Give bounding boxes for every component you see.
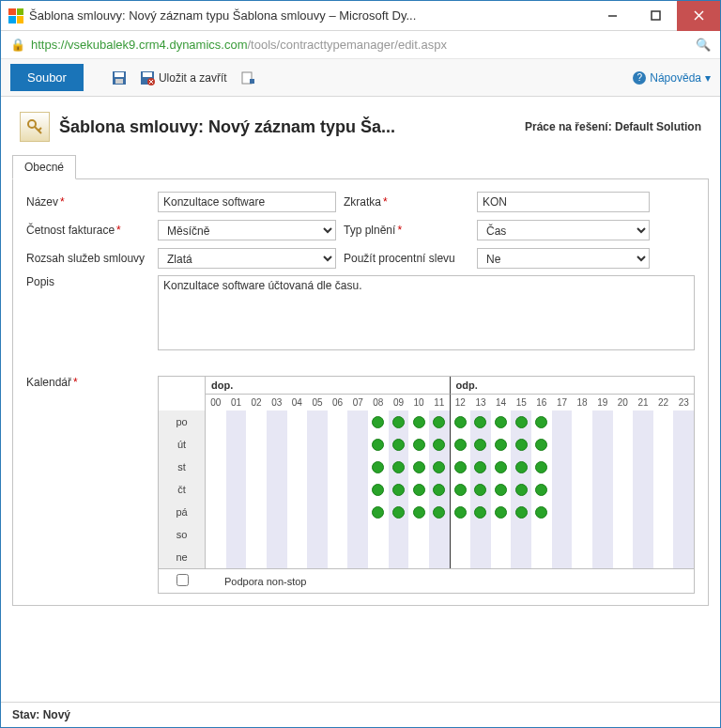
- calendar-slot[interactable]: [267, 478, 287, 501]
- calendar-slot[interactable]: [470, 523, 491, 546]
- calendar-slot[interactable]: [511, 456, 531, 478]
- calendar-slot[interactable]: [673, 456, 694, 478]
- calendar-slot[interactable]: [287, 456, 308, 478]
- calendar-slot[interactable]: [470, 501, 491, 523]
- calendar-slot[interactable]: [206, 501, 226, 523]
- calendar-slot[interactable]: [246, 433, 267, 456]
- calendar-slot[interactable]: [287, 410, 308, 433]
- calendar-slot[interactable]: [552, 456, 573, 478]
- calendar-slot[interactable]: [491, 433, 512, 456]
- calendar-slot[interactable]: [572, 478, 592, 501]
- calendar-slot[interactable]: [451, 456, 471, 478]
- save-button[interactable]: [112, 70, 127, 85]
- calendar-slot[interactable]: [267, 501, 287, 523]
- calendar-slot[interactable]: [328, 433, 348, 456]
- calendar-slot[interactable]: [592, 433, 613, 456]
- calendar-slot[interactable]: [368, 433, 389, 456]
- calendar-slot[interactable]: [389, 501, 409, 523]
- calendar-slot[interactable]: [429, 433, 450, 456]
- calendar-slot[interactable]: [307, 410, 328, 433]
- select-billfreq[interactable]: Měsíčně: [158, 220, 336, 240]
- search-icon[interactable]: 🔍: [696, 38, 711, 52]
- calendar-slot[interactable]: [347, 410, 368, 433]
- checkbox-nonstop[interactable]: [176, 574, 189, 586]
- calendar-slot[interactable]: [206, 433, 226, 456]
- calendar-slot[interactable]: [653, 523, 674, 546]
- calendar-slot[interactable]: [226, 433, 247, 456]
- calendar-slot[interactable]: [552, 478, 573, 501]
- calendar-slot[interactable]: [246, 456, 267, 478]
- calendar-slot[interactable]: [531, 478, 552, 501]
- calendar-slot[interactable]: [470, 546, 491, 568]
- calendar-slot[interactable]: [653, 546, 674, 568]
- calendar-slot[interactable]: [572, 433, 592, 456]
- calendar-slot[interactable]: [613, 546, 634, 568]
- close-button[interactable]: [677, 1, 720, 31]
- calendar-slot[interactable]: [491, 546, 512, 568]
- calendar-slot[interactable]: [613, 456, 634, 478]
- calendar-slot[interactable]: [408, 546, 429, 568]
- calendar-slot[interactable]: [408, 478, 429, 501]
- calendar-slot[interactable]: [226, 410, 247, 433]
- calendar-slot[interactable]: [491, 478, 512, 501]
- calendar-slot[interactable]: [511, 433, 531, 456]
- calendar-slot[interactable]: [307, 523, 328, 546]
- calendar-slot[interactable]: [633, 478, 653, 501]
- calendar-slot[interactable]: [592, 410, 613, 433]
- calendar-slot[interactable]: [491, 456, 512, 478]
- calendar-slot[interactable]: [226, 523, 247, 546]
- calendar-slot[interactable]: [491, 501, 512, 523]
- calendar-slot[interactable]: [531, 456, 552, 478]
- calendar-slot[interactable]: [491, 523, 512, 546]
- calendar-slot[interactable]: [389, 410, 409, 433]
- calendar-slot[interactable]: [531, 546, 552, 568]
- calendar-slot[interactable]: [267, 546, 287, 568]
- calendar-slot[interactable]: [592, 478, 613, 501]
- calendar-slot[interactable]: [226, 456, 247, 478]
- calendar-slot[interactable]: [552, 501, 573, 523]
- calendar-slot[interactable]: [307, 478, 328, 501]
- calendar-slot[interactable]: [287, 433, 308, 456]
- calendar-slot[interactable]: [592, 523, 613, 546]
- calendar-slot[interactable]: [451, 501, 471, 523]
- calendar-slot[interactable]: [226, 501, 247, 523]
- tab-general[interactable]: Obecné: [12, 155, 76, 179]
- calendar-slot[interactable]: [572, 456, 592, 478]
- calendar-slot[interactable]: [511, 523, 531, 546]
- calendar-slot[interactable]: [592, 456, 613, 478]
- calendar-slot[interactable]: [347, 433, 368, 456]
- calendar-slot[interactable]: [633, 523, 653, 546]
- calendar-slot[interactable]: [389, 523, 409, 546]
- calendar-slot[interactable]: [429, 410, 450, 433]
- calendar-slot[interactable]: [613, 478, 634, 501]
- calendar-slot[interactable]: [408, 410, 429, 433]
- calendar-slot[interactable]: [511, 478, 531, 501]
- calendar-slot[interactable]: [470, 433, 491, 456]
- calendar-slot[interactable]: [226, 546, 247, 568]
- calendar-slot[interactable]: [389, 478, 409, 501]
- calendar-slot[interactable]: [613, 523, 634, 546]
- calendar-slot[interactable]: [552, 523, 573, 546]
- calendar-slot[interactable]: [246, 501, 267, 523]
- calendar-slot[interactable]: [408, 523, 429, 546]
- calendar-slot[interactable]: [206, 478, 226, 501]
- calendar-slot[interactable]: [287, 501, 308, 523]
- calendar-slot[interactable]: [673, 410, 694, 433]
- calendar-slot[interactable]: [470, 456, 491, 478]
- calendar-slot[interactable]: [429, 456, 450, 478]
- calendar-slot[interactable]: [347, 546, 368, 568]
- calendar-slot[interactable]: [328, 523, 348, 546]
- calendar-slot[interactable]: [389, 456, 409, 478]
- calendar-slot[interactable]: [429, 478, 450, 501]
- calendar-slot[interactable]: [368, 456, 389, 478]
- calendar-slot[interactable]: [368, 501, 389, 523]
- calendar-slot[interactable]: [287, 478, 308, 501]
- calendar-slot[interactable]: [267, 433, 287, 456]
- calendar-slot[interactable]: [653, 478, 674, 501]
- calendar-slot[interactable]: [206, 546, 226, 568]
- calendar-slot[interactable]: [511, 410, 531, 433]
- calendar-slot[interactable]: [368, 478, 389, 501]
- calendar-slot[interactable]: [267, 410, 287, 433]
- calendar-slot[interactable]: [451, 546, 471, 568]
- calendar-slot[interactable]: [246, 523, 267, 546]
